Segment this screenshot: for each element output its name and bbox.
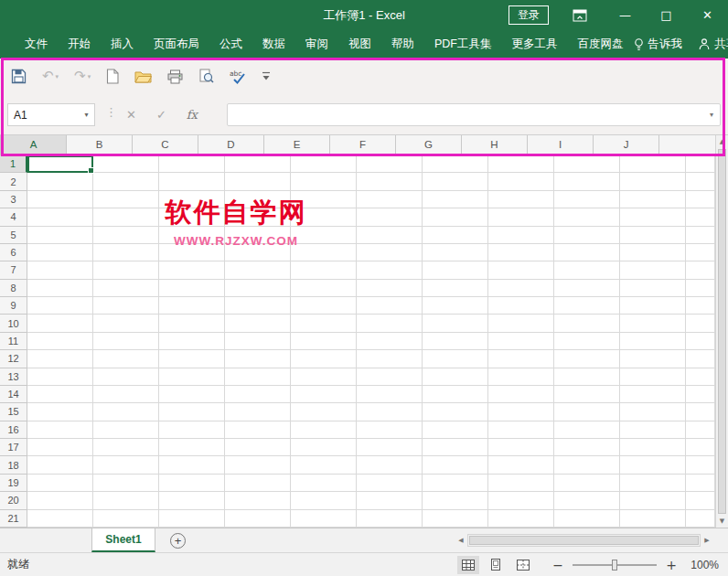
row-header-18[interactable]: 18 [0, 456, 27, 474]
cell-I11[interactable] [554, 333, 620, 350]
cell-D3[interactable] [225, 191, 291, 208]
cell-I18[interactable] [554, 456, 620, 474]
menu-tab-3[interactable]: 页面布局 [144, 30, 209, 59]
cell-I5[interactable] [554, 227, 620, 244]
cell-F21[interactable] [357, 510, 423, 528]
cell-H15[interactable] [488, 403, 554, 421]
cell-A21[interactable] [27, 510, 93, 528]
column-header-I[interactable]: I [528, 135, 594, 155]
row-header-5[interactable]: 5 [0, 227, 27, 244]
cancel-entry-icon[interactable]: ✕ [126, 108, 136, 122]
cell-B6[interactable] [93, 244, 159, 261]
cell-D11[interactable] [225, 333, 291, 350]
cell-J3[interactable] [620, 191, 686, 208]
column-header-E[interactable]: E [264, 135, 330, 155]
cell-J15[interactable] [620, 403, 686, 421]
cell-D20[interactable] [225, 492, 291, 509]
cell-I4[interactable] [554, 208, 620, 226]
cell-C6[interactable] [159, 244, 225, 261]
cell-D5[interactable] [225, 227, 291, 244]
zoom-in-button[interactable]: + [666, 558, 677, 572]
zoom-slider[interactable] [573, 559, 657, 571]
scroll-right-icon[interactable]: ▶ [701, 537, 713, 544]
cell-J8[interactable] [620, 280, 686, 297]
cell-G11[interactable] [423, 333, 488, 350]
cell-F8[interactable] [357, 280, 423, 297]
sheet-tab-sheet1[interactable]: Sheet1 [91, 528, 155, 552]
cell-D1[interactable] [225, 155, 291, 173]
select-all-corner[interactable] [0, 135, 1, 155]
cell-F11[interactable] [357, 333, 423, 350]
menu-tab-9[interactable]: PDF工具集 [424, 30, 502, 59]
cell-G4[interactable] [423, 208, 488, 226]
cell-J2[interactable] [620, 173, 686, 190]
open-button[interactable] [133, 66, 154, 88]
page-break-preview-button[interactable] [512, 556, 534, 574]
menu-tab-2[interactable]: 插入 [101, 30, 144, 59]
cell-F5[interactable] [357, 227, 423, 244]
cell-F19[interactable] [357, 475, 423, 492]
cell-J16[interactable] [620, 421, 686, 439]
cell-C10[interactable] [159, 315, 225, 332]
cell-I10[interactable] [554, 315, 620, 332]
cell-J11[interactable] [620, 333, 686, 350]
tell-me-button[interactable]: 告诉我 [634, 37, 683, 52]
cell-A16[interactable] [27, 421, 93, 439]
cell-B18[interactable] [93, 456, 159, 474]
cell-F9[interactable] [357, 297, 423, 315]
cell-C3[interactable] [159, 191, 225, 208]
cell-E14[interactable] [291, 386, 357, 403]
formula-input[interactable]: ▾ [227, 103, 721, 126]
cell-B15[interactable] [93, 403, 159, 421]
menu-tab-6[interactable]: 审阅 [295, 30, 338, 59]
cell-J4[interactable] [620, 208, 686, 226]
cell-I12[interactable] [554, 350, 620, 368]
row-header-21[interactable]: 21 [0, 510, 27, 528]
print-preview-button[interactable] [197, 66, 216, 88]
menu-tab-7[interactable]: 视图 [338, 30, 381, 59]
cell-B10[interactable] [93, 315, 159, 332]
cell-B21[interactable] [93, 510, 159, 528]
vertical-scrollbar-thumb[interactable] [718, 149, 726, 514]
menu-tab-0[interactable]: 文件 [15, 30, 58, 59]
cell-G15[interactable] [423, 403, 488, 421]
cell-J6[interactable] [620, 244, 686, 261]
cell-H17[interactable] [488, 439, 554, 456]
cell-J18[interactable] [620, 456, 686, 474]
cell-B7[interactable] [93, 261, 159, 279]
cell-G16[interactable] [423, 421, 488, 439]
cell-E9[interactable] [291, 297, 357, 315]
cell-E3[interactable] [291, 191, 357, 208]
cell-F20[interactable] [357, 492, 423, 509]
cell-B4[interactable] [93, 208, 159, 226]
row-header-12[interactable]: 12 [0, 350, 27, 368]
cell-G19[interactable] [423, 475, 488, 492]
cell-B11[interactable] [93, 333, 159, 350]
cell-A8[interactable] [27, 280, 93, 297]
cell-C5[interactable] [159, 227, 225, 244]
cell-J20[interactable] [620, 492, 686, 509]
cell-I14[interactable] [554, 386, 620, 403]
cell-I20[interactable] [554, 492, 620, 509]
cell-H3[interactable] [488, 191, 554, 208]
cell-A15[interactable] [27, 403, 93, 421]
cell-F16[interactable] [357, 421, 423, 439]
cell-H6[interactable] [488, 244, 554, 261]
menu-tab-8[interactable]: 帮助 [381, 30, 424, 59]
cell-F6[interactable] [357, 244, 423, 261]
cell-C15[interactable] [159, 403, 225, 421]
cell-I3[interactable] [554, 191, 620, 208]
cell-C13[interactable] [159, 368, 225, 386]
undo-dropdown-icon[interactable]: ▾ [56, 73, 59, 80]
row-header-7[interactable]: 7 [0, 261, 27, 279]
row-header-1[interactable]: 1 [0, 155, 27, 173]
cell-F1[interactable] [357, 155, 423, 173]
cell-I1[interactable] [554, 155, 620, 173]
cell-B5[interactable] [93, 227, 159, 244]
cell-E7[interactable] [291, 261, 357, 279]
cell-J17[interactable] [620, 439, 686, 456]
row-header-3[interactable]: 3 [0, 191, 27, 208]
cell-C2[interactable] [159, 173, 225, 190]
cell-G2[interactable] [423, 173, 488, 190]
row-header-9[interactable]: 9 [0, 297, 27, 315]
